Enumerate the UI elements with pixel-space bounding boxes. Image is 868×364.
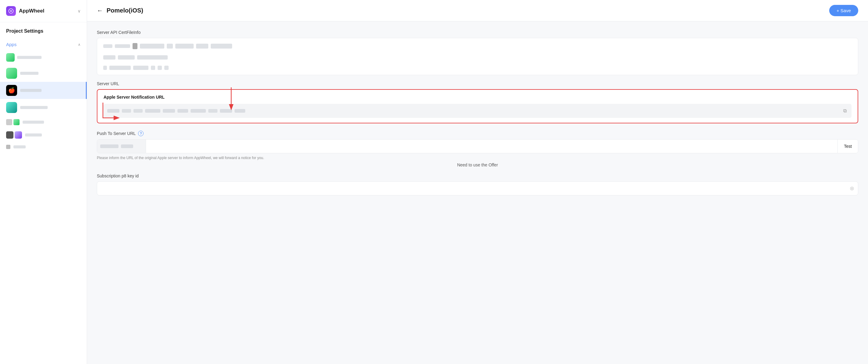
cert-section: Server API CertFileInfo [97,30,858,75]
list-item[interactable]: 🍎 [0,82,87,99]
offer-note: Need to use the Offer [97,162,858,168]
app-icon-tiny [6,145,10,149]
app-logo[interactable]: AppWheel [6,6,44,16]
app-icon-dark [6,131,13,139]
sidebar-chevron-icon[interactable]: ∨ [78,8,81,13]
cert-box [97,38,858,75]
sidebar-item-apps[interactable]: Apps ∧ [0,39,87,50]
logo-icon [6,6,16,16]
sidebar-project-section: Project Settings Apps ∧ 🍎 [0,22,87,158]
apps-nav-label: Apps [6,42,17,47]
help-icon[interactable]: ? [138,131,144,136]
app-icon-purple [15,131,22,139]
push-hint-text: Please inform the URL of the original Ap… [97,156,858,160]
app-name-blurred [20,72,38,75]
app-icon-small2 [13,119,20,125]
app-icon [6,53,15,62]
app-icon [6,68,17,79]
app-name-blurred [25,133,42,136]
app-name-blurred [20,106,48,109]
cert-section-label: Server API CertFileInfo [97,30,858,35]
top-bar: ← Pomelo(iOS) + Save [87,0,868,21]
push-input-row: Test [97,139,858,153]
app-name-blurred [13,145,26,148]
list-item[interactable] [0,99,87,116]
app-list: 🍎 [0,50,87,152]
cert-blurred-content [103,43,852,70]
form-content: Server API CertFileInfo [87,21,868,364]
top-bar-left: ← Pomelo(iOS) [97,7,143,14]
push-label-row: Push To Server URL ? [97,131,858,136]
logo-text: AppWheel [19,8,44,14]
apple-notification-box: Apple Server Notification URL ⧉ [97,89,858,123]
push-label: Push To Server URL [97,131,135,136]
test-button[interactable]: Test [837,140,858,153]
push-url-input[interactable] [146,140,837,153]
app-icon-small [6,119,12,125]
list-item[interactable] [0,116,87,128]
save-button[interactable]: + Save [829,5,858,16]
app-name-blurred [20,89,41,92]
apple-notification-url-row: ⧉ [103,104,851,118]
back-button[interactable]: ← [97,7,103,14]
server-url-label: Server URL [97,81,858,86]
list-item[interactable] [0,65,87,82]
sidebar: AppWheel ∨ Project Settings Apps ∧ 🍎 [0,0,87,364]
main-content: ← Pomelo(iOS) + Save Server API CertFile… [87,0,868,364]
apps-chevron-icon: ∧ [78,42,81,47]
copy-icon[interactable]: ⧉ [842,107,848,115]
subscription-input-row: ⊗ [97,181,858,195]
app-name-blurred [17,56,41,59]
app-icon [6,102,17,113]
subscription-section: Subscription p8 key id ⊗ [97,174,858,195]
clear-icon[interactable]: ⊗ [850,185,854,192]
subscription-input[interactable] [101,182,850,195]
sidebar-header: AppWheel ∨ [0,6,87,22]
server-url-section: Server URL Apple Server Notification URL [97,81,858,123]
back-arrow-icon: ← [97,7,103,14]
page-title: Pomelo(iOS) [106,7,143,14]
app-icon: 🍎 [6,85,17,96]
push-input-prefix [97,140,146,153]
app-name-blurred [23,121,44,124]
subscription-label: Subscription p8 key id [97,174,858,178]
apple-notification-title: Apple Server Notification URL [103,95,851,99]
project-settings-title: Project Settings [0,28,87,39]
list-item[interactable] [0,142,87,152]
push-section: Push To Server URL ? Test Please inform … [97,131,858,160]
list-item[interactable] [0,50,87,65]
list-item[interactable] [0,128,87,142]
